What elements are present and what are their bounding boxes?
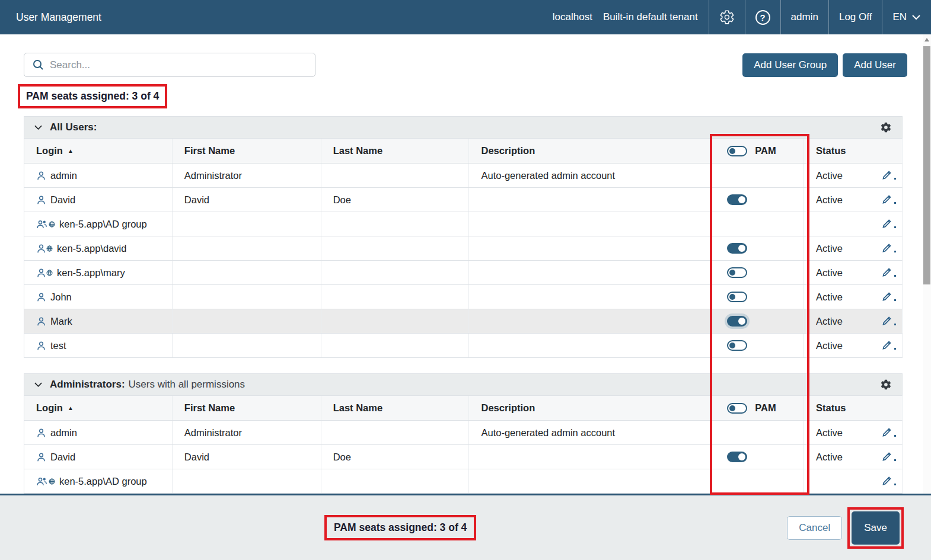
status-cell: Active (804, 188, 903, 212)
help-button[interactable]: ? (745, 0, 780, 34)
scrollbar[interactable] (923, 34, 931, 494)
topbar: User Management localhost Built-in defau… (0, 0, 931, 34)
table-row[interactable]: JohnActive (24, 285, 903, 309)
edit-button[interactable] (882, 217, 896, 231)
pam-toggle[interactable] (727, 243, 747, 254)
pam-toggle[interactable] (727, 146, 747, 156)
edit-button[interactable] (882, 339, 896, 353)
edit-button[interactable] (882, 169, 896, 183)
status-label: Active (816, 316, 843, 327)
column-header-login[interactable]: Login▲ (24, 396, 173, 420)
user-icon (36, 428, 46, 438)
section-header: Administrators:Users with all permission… (24, 373, 903, 396)
pam-toggle[interactable] (727, 452, 747, 462)
column-header-login-label: Login (36, 402, 63, 414)
status-label: Active (816, 267, 843, 279)
edit-button[interactable] (882, 315, 896, 328)
sort-asc-icon: ▲ (68, 405, 74, 411)
help-icon: ? (755, 10, 770, 25)
edit-pencil-icon (882, 217, 893, 231)
table-settings-gear-icon[interactable] (880, 379, 892, 391)
table-row[interactable]: ken-5.app\maryActive (24, 261, 903, 285)
table-settings-gear-icon[interactable] (880, 121, 892, 133)
collapse-chevron-icon[interactable] (34, 124, 43, 130)
edit-pencil-icon (882, 242, 893, 255)
first-name-cell (173, 261, 321, 284)
login-cell: admin (24, 164, 173, 187)
last-name-cell (321, 285, 470, 309)
edit-pencil-icon (882, 266, 893, 280)
add-user-button[interactable]: Add User (843, 53, 907, 77)
pam-cell (710, 445, 804, 469)
section-title: Administrators: (50, 379, 125, 391)
pam-toggle[interactable] (727, 194, 747, 205)
table-row[interactable]: adminAdministratorAuto-generated admin a… (24, 421, 903, 445)
description-cell (469, 309, 710, 333)
cancel-button[interactable]: Cancel (787, 516, 842, 540)
table-row[interactable]: ken-5.app\AD group (24, 469, 903, 494)
pam-cell (710, 285, 804, 309)
scroll-up-icon[interactable] (924, 38, 929, 41)
status-label: Active (816, 292, 843, 303)
table-row[interactable]: DavidDavidDoeActive (24, 188, 903, 212)
pam-toggle[interactable] (727, 340, 747, 351)
section-header: All Users: (24, 116, 903, 139)
add-user-group-button[interactable]: Add User Group (742, 53, 838, 77)
pam-cell (710, 212, 804, 236)
table-row[interactable]: testActive (24, 334, 903, 358)
settings-button[interactable] (709, 0, 745, 34)
status-label: Active (816, 243, 843, 254)
search-box[interactable] (24, 53, 315, 77)
pam-toggle[interactable] (727, 267, 747, 278)
column-header-login[interactable]: Login▲ (24, 139, 173, 163)
last-name-cell (321, 469, 470, 493)
status-cell: Active (804, 421, 903, 444)
table-row[interactable]: adminAdministratorAuto-generated admin a… (24, 164, 903, 188)
gear-icon (719, 9, 735, 25)
edit-button[interactable] (882, 193, 896, 207)
edit-button[interactable] (882, 475, 896, 488)
clipped-icon-fragment (894, 251, 896, 252)
column-header-login-label: Login (36, 145, 63, 156)
status-cell: Active (804, 261, 903, 284)
search-input[interactable] (50, 59, 308, 71)
table-row[interactable]: MarkActive (24, 309, 903, 334)
pam-toggle[interactable] (727, 403, 747, 414)
description-cell (469, 261, 710, 284)
domain-user-icon (36, 244, 53, 254)
current-user-menu[interactable]: admin (781, 0, 828, 34)
collapse-chevron-icon[interactable] (34, 382, 43, 388)
user-icon (36, 341, 46, 351)
status-cell (804, 469, 903, 493)
pam-toggle[interactable] (727, 292, 747, 302)
column-header-description: Description (469, 396, 710, 420)
clipped-icon-fragment (894, 226, 896, 228)
pam-toggle[interactable] (727, 316, 747, 327)
pam-cell (710, 261, 804, 284)
status-cell: Active (804, 309, 903, 333)
edit-button[interactable] (882, 290, 896, 304)
table-row[interactable]: DavidDavidDoeActive (24, 445, 903, 469)
edit-button[interactable] (882, 266, 896, 280)
pam-cell (710, 236, 804, 260)
edit-button[interactable] (882, 450, 896, 464)
first-name-cell: Administrator (173, 164, 321, 187)
footer: PAM seats assigned: 3 of 4 Cancel Save (0, 494, 931, 560)
edit-button[interactable] (882, 426, 896, 440)
language-label: EN (892, 11, 907, 23)
table-row[interactable]: ken-5.app\davidActive (24, 236, 903, 261)
edit-button[interactable] (882, 242, 896, 255)
logoff-button[interactable]: Log Off (829, 0, 882, 34)
host-label: localhost (547, 0, 598, 34)
edit-pencil-icon (882, 339, 893, 353)
table-row[interactable]: ken-5.app\AD group (24, 212, 903, 236)
scrollbar-thumb[interactable] (923, 46, 930, 284)
save-button[interactable]: Save (852, 511, 900, 545)
first-name-cell: David (173, 188, 321, 212)
last-name-cell (321, 261, 470, 284)
first-name-cell (173, 212, 321, 236)
language-selector[interactable]: EN (882, 0, 931, 34)
administrators-table: Administrators:Users with all permission… (24, 373, 903, 494)
login-label: ken-5.app\AD group (59, 219, 147, 230)
column-header-status-label: Status (816, 145, 846, 156)
